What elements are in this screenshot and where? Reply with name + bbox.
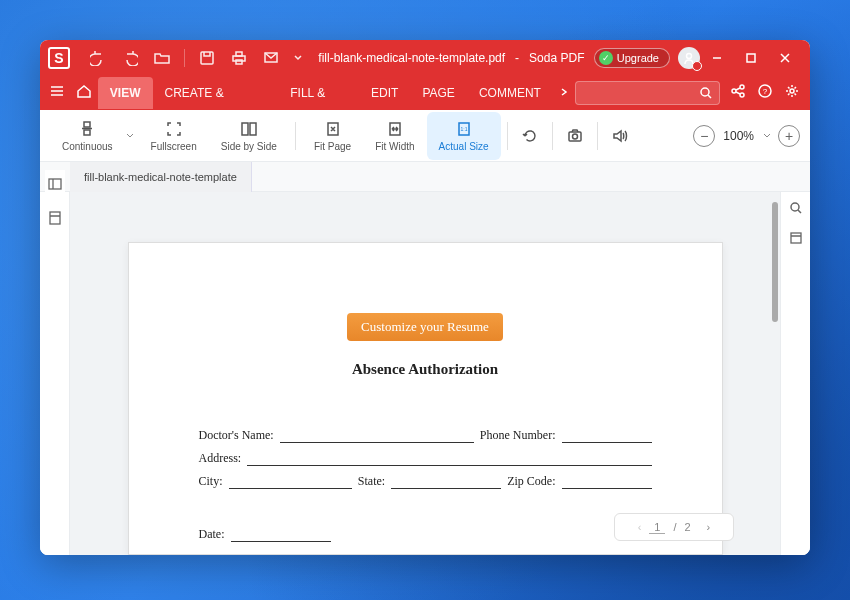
date-label: Date: (199, 527, 225, 542)
svg-point-20 (790, 89, 794, 93)
phone-label: Phone Number: (480, 428, 556, 443)
settings-icon[interactable] (784, 83, 800, 102)
svg-rect-34 (50, 212, 60, 224)
fullscreen-button[interactable]: Fullscreen (139, 112, 209, 160)
city-label: City: (199, 474, 223, 489)
titlebar: S fill-blank-medical-note-template.pdf -… (40, 40, 810, 75)
panel-toggle-icon[interactable] (45, 170, 65, 198)
save-icon[interactable] (195, 46, 219, 70)
svg-rect-0 (201, 52, 213, 64)
bookmarks-icon[interactable] (45, 208, 65, 228)
document-viewport[interactable]: Customize your Resume Absence Authorizat… (70, 192, 780, 555)
state-field[interactable] (391, 475, 501, 489)
tab-comment[interactable]: COMMENT (467, 77, 553, 109)
share-icon[interactable] (730, 83, 746, 102)
fit-width-button[interactable]: Fit Width (363, 112, 426, 160)
svg-rect-2 (236, 52, 242, 56)
tab-page[interactable]: PAGE (410, 77, 466, 109)
close-button[interactable] (768, 44, 802, 72)
check-icon: ✓ (599, 51, 613, 65)
fit-page-button[interactable]: Fit Page (302, 112, 363, 160)
date-field[interactable] (231, 528, 331, 542)
zoom-in-button[interactable]: + (778, 125, 800, 147)
redo-icon[interactable] (118, 46, 142, 70)
hamburger-icon[interactable] (44, 83, 71, 102)
svg-rect-21 (84, 122, 90, 127)
address-label: Address: (199, 451, 242, 466)
phone-field[interactable] (562, 429, 652, 443)
mail-icon[interactable] (259, 46, 283, 70)
next-page-icon[interactable]: › (707, 521, 711, 533)
svg-rect-22 (84, 130, 90, 135)
print-icon[interactable] (227, 46, 251, 70)
customize-resume-button[interactable]: Customize your Resume (347, 313, 503, 341)
svg-point-14 (740, 85, 744, 89)
maximize-button[interactable] (734, 44, 768, 72)
doc-name: fill-blank-medical-note-template.pdf (318, 51, 505, 65)
state-label: State: (358, 474, 385, 489)
scrollbar[interactable] (772, 202, 778, 322)
city-field[interactable] (229, 475, 352, 489)
minimize-button[interactable] (700, 44, 734, 72)
svg-point-5 (687, 53, 692, 58)
continuous-dropdown-icon[interactable] (125, 131, 139, 141)
zoom-dropdown-icon[interactable] (762, 131, 772, 141)
undo-icon[interactable] (86, 46, 110, 70)
doctor-field[interactable] (280, 429, 474, 443)
address-field[interactable] (247, 452, 651, 466)
zoom-out-button[interactable]: − (693, 125, 715, 147)
doc-heading: Absence Authorization (199, 361, 652, 378)
zip-label: Zip Code: (507, 474, 555, 489)
search-panel-icon[interactable] (786, 198, 806, 218)
app-logo: S (48, 47, 70, 69)
svg-point-13 (732, 89, 736, 93)
view-toolbar: Continuous Fullscreen Side by Side Fit P… (40, 110, 810, 162)
read-aloud-icon[interactable] (604, 120, 636, 152)
svg-text:1:1: 1:1 (460, 126, 467, 132)
page-navigator: ‹ / 2 › (614, 513, 734, 541)
svg-point-31 (572, 134, 577, 139)
upgrade-button[interactable]: ✓ Upgrade (594, 48, 670, 68)
svg-rect-24 (242, 123, 248, 135)
svg-point-11 (701, 88, 709, 96)
left-rail (40, 192, 70, 555)
svg-rect-7 (747, 54, 755, 62)
zoom-controls: − 100% + (693, 125, 800, 147)
rotate-icon[interactable] (514, 120, 546, 152)
svg-text:?: ? (763, 87, 768, 96)
prev-page-icon[interactable]: ‹ (638, 521, 642, 533)
home-icon[interactable] (71, 83, 98, 102)
user-avatar[interactable] (678, 47, 700, 69)
app-name: Soda PDF (529, 51, 584, 65)
tab-view[interactable]: VIEW (98, 77, 153, 109)
document-tabstrip: fill-blank-medical-note-template (40, 162, 810, 192)
title-text: fill-blank-medical-note-template.pdf - S… (309, 51, 594, 65)
snapshot-icon[interactable] (559, 120, 591, 152)
svg-rect-38 (791, 233, 801, 243)
svg-line-16 (736, 88, 740, 90)
menubar: VIEW CREATE & CONVERT FILL & SIGN EDIT P… (40, 75, 810, 110)
actual-size-button[interactable]: 1:1 Actual Size (427, 112, 501, 160)
svg-line-12 (708, 95, 711, 98)
svg-point-15 (740, 93, 744, 97)
pdf-page: Customize your Resume Absence Authorizat… (128, 242, 723, 555)
pages-panel-icon[interactable] (786, 228, 806, 248)
svg-point-36 (791, 203, 799, 211)
open-icon[interactable] (150, 46, 174, 70)
zip-field[interactable] (562, 475, 652, 489)
tab-fill-sign[interactable]: FILL & SIGN (278, 77, 359, 109)
chevron-down-icon[interactable] (291, 46, 305, 70)
help-icon[interactable]: ? (756, 82, 774, 103)
page-input[interactable] (649, 521, 665, 534)
svg-rect-32 (49, 179, 61, 189)
app-window: S fill-blank-medical-note-template.pdf -… (40, 40, 810, 555)
document-tab[interactable]: fill-blank-medical-note-template (70, 162, 252, 192)
search-input[interactable] (575, 81, 720, 105)
tab-create-convert[interactable]: CREATE & CONVERT (153, 77, 279, 109)
tab-edit[interactable]: EDIT (359, 77, 410, 109)
right-rail (780, 192, 810, 555)
zoom-value[interactable]: 100% (721, 129, 756, 143)
continuous-button[interactable]: Continuous (50, 112, 125, 160)
tabs-scroll-right-icon[interactable] (553, 85, 575, 100)
side-by-side-button[interactable]: Side by Side (209, 112, 289, 160)
